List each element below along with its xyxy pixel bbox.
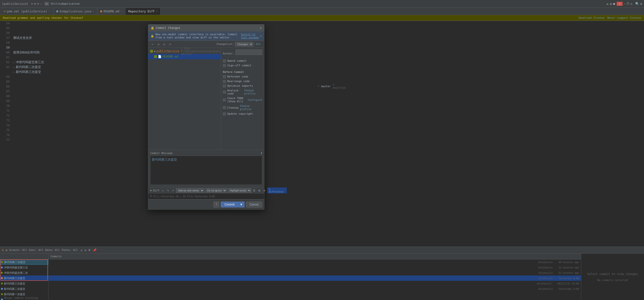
diff-header[interactable]: ▼ Diff ✏ ✎ ⤢ Side-by-side viewer Do not … xyxy=(148,187,264,194)
never-suggest-link[interactable]: Never suggest Chinese xyxy=(607,16,641,20)
check-icon[interactable]: ✓ xyxy=(624,2,626,6)
analyze-code-label[interactable]: Analyze code xyxy=(227,89,243,95)
update-copyright-label[interactable]: Update copyright xyxy=(227,112,253,115)
analyze-code-link[interactable]: Choose profile xyxy=(244,89,262,95)
rearrange-code-label[interactable]: Rearrange code xyxy=(227,80,250,83)
optimize-imports-checkbox[interactable] xyxy=(223,85,226,87)
run-icon[interactable]: ▶ xyxy=(607,2,609,6)
commit-dropdown-btn[interactable]: ▼ xyxy=(238,202,244,207)
sort-icon[interactable]: ⊞ xyxy=(34,2,36,5)
cleanup-link[interactable]: Choose profile xyxy=(240,104,262,111)
help-btn[interactable]: ? xyxy=(214,202,219,207)
refresh-log-icon[interactable]: ↻ xyxy=(81,248,82,252)
git-commit-item-4[interactable]: shizhoulin Yesterday 9:00 xyxy=(48,275,581,281)
commit-msg-section-label: Commit Message xyxy=(150,152,173,155)
question-mark-btn[interactable]: ? xyxy=(150,195,152,198)
search-top-icon[interactable]: 🔍 xyxy=(635,2,639,6)
reformat-code-checkbox[interactable] xyxy=(223,75,226,78)
sign-off-checkbox[interactable] xyxy=(223,64,226,67)
git-commit-item-1[interactable]: shizhoulin 49 minutes ago xyxy=(48,259,581,265)
git-commit-row-1[interactable]: 新代码第二次提交 xyxy=(0,259,48,265)
amend-commit-checkbox[interactable] xyxy=(223,60,226,62)
git-commit-row-4[interactable]: 新代码第三次提交 xyxy=(0,275,48,281)
diff-expand-icon[interactable]: ⤢ xyxy=(171,188,175,193)
git-commit-row-5[interactable]: 新代码第三次提交 xyxy=(0,281,48,286)
git-commit-row-merge[interactable]: Merge remote tracking branch: 'origin/ma… xyxy=(0,297,48,300)
diff-edit-icon[interactable]: ✏ xyxy=(161,188,165,193)
diff-viewer-select[interactable]: Side-by-side viewer xyxy=(176,188,204,193)
tree-file-checkbox[interactable] xyxy=(154,55,157,58)
branch-filter[interactable]: branch: All xyxy=(9,248,27,252)
toolbar-move-btn[interactable]: ⤢ xyxy=(168,42,172,47)
rearrange-code-checkbox[interactable] xyxy=(223,80,226,83)
download-chinese-link[interactable]: Download Chinese xyxy=(579,16,604,20)
check-todo-label[interactable]: Check TODO (Show All) xyxy=(227,97,246,103)
reformat-code-label[interactable]: Reformat code xyxy=(227,75,248,78)
red-toolbar-btn[interactable]: ✓ xyxy=(616,2,622,6)
settings-top-icon[interactable]: ⚙ xyxy=(640,2,642,6)
settings-icon[interactable]: ⚙ xyxy=(37,2,39,5)
optimize-imports-label[interactable]: Optimize imports xyxy=(227,84,253,87)
diff-split-icon[interactable]: ⧉ xyxy=(257,188,262,193)
cancel-btn[interactable]: Cancel xyxy=(246,202,262,207)
user-filter[interactable]: User: All xyxy=(29,248,44,252)
commit-msg-info-icon[interactable]: ℹ xyxy=(261,151,262,155)
commit-btn[interactable]: Commit xyxy=(221,202,238,207)
git-commit-row-3[interactable]: 冲突代码提交第二次 xyxy=(0,270,48,275)
debug-icon[interactable]: ⚙ xyxy=(610,2,612,6)
git-commit-item-6[interactable]: shizhoulin Yesterday 9:00 xyxy=(48,286,581,291)
dash-icon[interactable]: — xyxy=(40,2,42,5)
toolbar-back-btn[interactable]: ← xyxy=(150,42,155,47)
line-num-76: 76 xyxy=(0,133,12,137)
analyze-code-checkbox[interactable] xyxy=(223,91,226,93)
toolbar-refresh-btn[interactable]: ↻ xyxy=(162,42,167,47)
git-commit-row-2[interactable]: 冲突代码提交第三次 xyxy=(0,265,48,270)
git-commit-row-6[interactable]: 新代码第二次提交 xyxy=(0,286,48,291)
tab-es-application[interactable]: EsApplication.java × xyxy=(53,8,97,15)
sign-off-label[interactable]: Sign-off commit xyxy=(227,64,251,67)
switch-to-tool-link[interactable]: Switch to tool window xyxy=(241,33,258,39)
check-todo-link[interactable]: Configure xyxy=(248,98,262,101)
cleanup-checkbox[interactable] xyxy=(223,106,226,109)
git-commit-item-5[interactable]: shizhoulin 2022/2/21 19:00 xyxy=(48,281,581,286)
tab-close-readme[interactable]: × xyxy=(121,10,122,13)
commit-message-input[interactable]: 新代码第三次提交 xyxy=(150,156,262,185)
changelist-dropdown[interactable]: Changes xyxy=(235,42,253,46)
amend-commit-label[interactable]: Amend commit xyxy=(227,59,246,62)
info-bar-close-btn[interactable]: × xyxy=(260,35,262,38)
dialog-close-btn[interactable]: × xyxy=(260,26,262,30)
tab-close-diff[interactable]: × xyxy=(156,10,158,13)
cleanup-label[interactable]: Cleanup xyxy=(227,106,238,109)
diff-highlight-select[interactable]: Highlight words xyxy=(228,188,251,193)
stop-icon[interactable]: ⏹ xyxy=(613,2,616,6)
tab-close-pom[interactable]: × xyxy=(49,10,50,13)
git-tab[interactable]: Git xyxy=(254,43,262,46)
git-commit-row-7[interactable]: 新代码第一次提交 xyxy=(0,291,48,297)
git-commit-item-2[interactable]: shizhoulin 51 minutes ago xyxy=(48,265,581,270)
pin-icon[interactable]: 📌 xyxy=(93,248,96,252)
editor-area: 54 55 56 57 测试分支合并 58 59 xyxy=(0,21,644,300)
clock-icon[interactable]: ⏱ xyxy=(626,2,630,6)
menu-icon[interactable]: ≡ xyxy=(31,2,33,5)
author-input[interactable] xyxy=(236,50,262,55)
check-todo-checkbox[interactable] xyxy=(223,98,226,101)
diff-ignore-select[interactable]: Do not ignore xyxy=(205,188,227,193)
tree-root-item[interactable]: ▼ publicService 1 file D:\SpringCloud\Gi… xyxy=(148,49,221,54)
settings-gear-icon[interactable]: ⚙ xyxy=(6,248,7,252)
tab-pom-xml[interactable]: m pom.xml (publicService) × xyxy=(1,8,53,15)
update-copyright-checkbox[interactable] xyxy=(223,112,226,115)
eye-icon[interactable]: 👁 xyxy=(88,248,91,252)
diff-inline-icon[interactable]: ☰ xyxy=(252,188,256,193)
date-filter[interactable]: Date: All xyxy=(45,248,60,252)
diff-pencil-icon[interactable]: ✎ xyxy=(166,188,170,193)
tab-repository-diff[interactable]: Repository Diff × xyxy=(126,8,160,15)
paths-filter[interactable]: Paths: All xyxy=(62,248,78,252)
diff-settings-icon[interactable]: ⚙ xyxy=(262,188,266,193)
tab-readme[interactable]: README.md × xyxy=(97,8,126,15)
refresh-icon[interactable]: ↻ xyxy=(630,2,632,6)
tree-root-checkbox[interactable] xyxy=(150,50,153,53)
toolbar-undo-btn[interactable]: ↺ xyxy=(156,42,161,47)
tab-close-es[interactable]: × xyxy=(93,10,94,13)
git-commit-item-3[interactable]: shizhoulin 52 minutes ago xyxy=(48,270,581,275)
expand-icon[interactable]: ⇅ xyxy=(84,248,86,252)
